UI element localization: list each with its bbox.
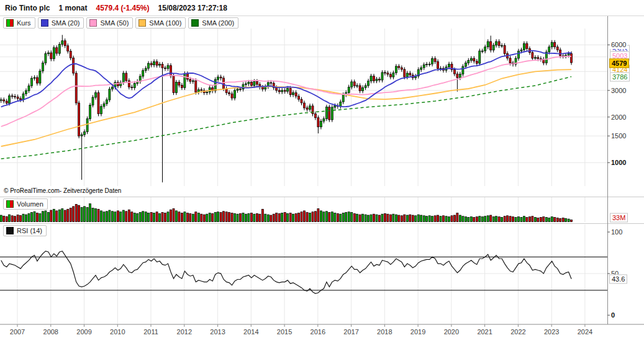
price-legend-row: Kurs SMA (20) SMA (50) SMA (100) SMA (20…	[3, 17, 241, 29]
x-axis-year-2016: 2016	[311, 328, 325, 336]
legend-sma100-label: SMA (100)	[149, 19, 181, 27]
x-axis-year-2022: 2022	[510, 328, 525, 336]
legend-volumen-label: Volumen	[17, 200, 43, 208]
rsi-legend-row: RSI (14)	[3, 225, 49, 236]
x-axis-year-2008: 2008	[43, 328, 58, 336]
legend-kurs-label: Kurs	[17, 19, 31, 27]
legend-sma200[interactable]: SMA (200)	[188, 17, 238, 29]
sma100-color-icon	[138, 19, 146, 27]
x-axis-year-2012: 2012	[177, 328, 192, 336]
legend-rsi-label: RSI (14)	[17, 227, 42, 234]
sma200-color-icon	[191, 19, 199, 27]
x-axis-year-2023: 2023	[544, 328, 559, 336]
x-axis-year-2010: 2010	[110, 328, 125, 336]
timeframe-label: 1 monat	[58, 4, 87, 12]
quote-datetime: 15/08/2023 17:27:18	[158, 4, 227, 12]
legend-sma200-label: SMA (200)	[202, 19, 234, 27]
x-axis-year-2009: 2009	[76, 328, 91, 336]
legend-sma20-label: SMA (20)	[52, 19, 80, 27]
price-tick-6000: 6000	[610, 40, 627, 49]
legend-volumen[interactable]: Volumen	[3, 198, 48, 210]
chart-window: Rio Tinto plc 1 monat 4579.4 (-1.45%) 15…	[0, 0, 644, 338]
x-axis-year-2024: 2024	[578, 328, 592, 336]
legend-sma20[interactable]: SMA (20)	[38, 17, 84, 29]
header-bar: Rio Tinto plc 1 monat 4579.4 (-1.45%) 15…	[0, 0, 644, 16]
x-axis-year-2021: 2021	[477, 328, 492, 336]
rsi-tick-0: 0	[611, 311, 615, 319]
legend-sma50[interactable]: SMA (50)	[86, 17, 133, 29]
last-price-change: 4579.4 (-1.45%)	[96, 4, 149, 12]
instrument-title: Rio Tinto plc	[5, 4, 50, 12]
volume-value-label: 33M	[610, 213, 628, 223]
sma50-color-icon	[89, 19, 97, 27]
x-axis-year-2013: 2013	[210, 328, 225, 336]
volume-bars-icon	[6, 200, 14, 208]
rsi-tick-100: 100	[611, 228, 622, 236]
x-axis-year-2014: 2014	[243, 328, 258, 336]
rsi-value-label: 43.6	[609, 275, 627, 284]
sma200-value-label: 3786	[610, 73, 630, 82]
legend-rsi[interactable]: RSI (14)	[3, 225, 47, 236]
price-tick-1500: 1500	[611, 132, 626, 140]
x-axis-year-2015: 2015	[277, 328, 292, 336]
sma20-color-icon	[41, 19, 48, 27]
x-axis-year-2017: 2017	[343, 328, 358, 336]
price-tick-1000: 1000	[611, 159, 626, 166]
legend-sma100[interactable]: SMA (100)	[135, 17, 186, 29]
rsi-color-icon	[6, 227, 14, 234]
current-price-label: 4579	[609, 59, 629, 68]
price-tick-3000: 3000	[611, 87, 626, 94]
volume-legend-row: Volumen	[3, 198, 50, 210]
x-axis-year-2011: 2011	[143, 328, 158, 336]
price-tick-2000: 2000	[611, 113, 626, 121]
x-axis-year-2020: 2020	[444, 328, 459, 336]
legend-kurs[interactable]: Kurs	[3, 17, 35, 29]
legend-sma50-label: SMA (50)	[100, 19, 129, 27]
copyright-notice: © ProRealTime.com- Zeitverzögerte Daten	[4, 187, 121, 194]
kurs-candle-icon	[6, 19, 14, 27]
x-axis-year-2019: 2019	[410, 328, 425, 336]
x-axis-year-2007: 2007	[10, 328, 25, 336]
chart-canvas[interactable]	[0, 0, 644, 338]
x-axis-year-2018: 2018	[377, 328, 392, 336]
